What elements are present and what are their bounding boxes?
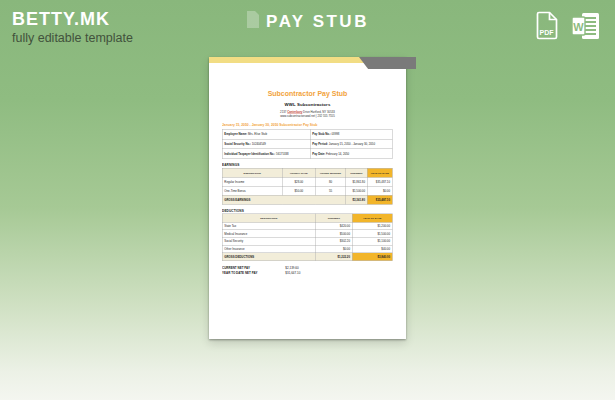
- deductions-cell: $1,500.00: [352, 230, 392, 238]
- net-pay-ytd-value: $31,647.10: [285, 271, 300, 274]
- deductions-cell: Social Security: [222, 237, 315, 245]
- paystub-document-icon: [246, 11, 259, 32]
- table-row: Employee Name: Mrs. Elise Stub Pay Stub …: [222, 129, 392, 139]
- column-header-ytd: YEAR TO DATE: [367, 168, 392, 177]
- deductions-total-ytd: $3,840.00: [352, 253, 392, 261]
- net-pay-ytd: YEAR TO DATE NET PAY $31,647.10: [222, 271, 393, 274]
- page-title: PAY STUB: [266, 12, 369, 32]
- deductions-total-label: GROSS DEDUCTIONS: [222, 253, 315, 261]
- earnings-total-ytd: $35,487.10: [367, 195, 392, 204]
- table-row: Other Insurance $0.00 $40.00: [222, 245, 392, 253]
- svg-text:W: W: [573, 20, 584, 32]
- column-header-ytd: YEAR TO DATE: [352, 214, 392, 222]
- earnings-cell: $35,487.10: [367, 177, 392, 186]
- deductions-cell: $1,100.00: [352, 237, 392, 245]
- company-contact: www.subcontractorswwl.net | 232 555 7555: [209, 114, 406, 117]
- info-cell: Individual Taxpayer Identification No.: …: [222, 149, 310, 159]
- table-row: Medical Insurance $500.00 $1,500.00: [222, 230, 392, 238]
- deductions-cell: $500.00: [315, 230, 352, 238]
- earnings-cell: $28.00: [282, 177, 315, 186]
- column-header: DESCRIPTION: [222, 168, 282, 177]
- info-cell: Employee Name: Mrs. Elise Stub: [222, 129, 310, 139]
- net-pay-block: CURRENT NET PAY $2,139.60 YEAR TO DATE N…: [222, 266, 393, 275]
- address-link: Canterbury: [287, 110, 302, 113]
- deductions-table: DESCRIPTION CURRENT YEAR TO DATE State T…: [222, 214, 392, 261]
- earnings-cell: $50.00: [282, 186, 315, 195]
- company-name: WWL Subcontractors: [209, 102, 406, 107]
- employee-info-table: Employee Name: Mrs. Elise Stub Pay Stub …: [222, 129, 392, 158]
- column-header: CURRENT: [345, 168, 367, 177]
- earnings-total-current: $3,361.80: [345, 195, 367, 204]
- svg-text:PDF: PDF: [540, 29, 555, 36]
- info-cell: Pay Period: January 15, 2050 - January 3…: [310, 139, 392, 149]
- table-header-row: DESCRIPTION CURRENT YEAR TO DATE: [222, 214, 392, 222]
- deductions-cell: $1,200.00: [352, 222, 392, 230]
- earnings-table: DESCRIPTION HOURLY RATE HOURS WORKED CUR…: [222, 168, 392, 204]
- deductions-cell: $420.00: [315, 222, 352, 230]
- earnings-total-row: GROSS EARNINGS $3,361.80 $35,487.10: [222, 195, 392, 204]
- table-row: Individual Taxpayer Identification No.: …: [222, 149, 392, 159]
- deductions-cell: $0.00: [315, 245, 352, 253]
- document-preview[interactable]: Subcontractor Pay Stub WWL Subcontractor…: [209, 57, 406, 339]
- net-pay-current-label: CURRENT NET PAY: [222, 266, 285, 269]
- deductions-total-current: $1,222.20: [315, 253, 352, 261]
- info-cell: Pay Stub No.: 03998: [310, 129, 392, 139]
- earnings-cell: $0.00: [367, 186, 392, 195]
- table-row: Regular Income $28.00 80 $1,861.80 $35,4…: [222, 177, 392, 186]
- earnings-total-label: GROSS EARNINGS: [222, 195, 345, 204]
- deductions-cell: $40.00: [352, 245, 392, 253]
- pay-period-heading: January 15, 2050 - January 30, 2050 Subc…: [222, 123, 393, 127]
- deductions-section-label: DEDUCTIONS: [222, 209, 393, 213]
- earnings-cell: Regular Income: [222, 177, 282, 186]
- table-row: One-Time Bonus $50.00 55 $1,500.00 $0.00: [222, 186, 392, 195]
- column-header: HOURLY RATE: [282, 168, 315, 177]
- word-download-icon[interactable]: W: [571, 12, 601, 44]
- net-pay-ytd-label: YEAR TO DATE NET PAY: [222, 271, 285, 274]
- table-header-row: DESCRIPTION HOURLY RATE HOURS WORKED CUR…: [222, 168, 392, 177]
- doc-title: Subcontractor Pay Stub: [209, 90, 406, 98]
- deductions-total-row: GROSS DEDUCTIONS $1,222.20 $3,840.00: [222, 253, 392, 261]
- net-pay-current: CURRENT NET PAY $2,139.60: [222, 266, 393, 269]
- column-header: HOURS WORKED: [315, 168, 345, 177]
- column-header: CURRENT: [315, 214, 352, 222]
- deductions-cell: Medical Insurance: [222, 230, 315, 238]
- earnings-cell: 55: [315, 186, 345, 195]
- earnings-section-label: EARNINGS: [222, 163, 393, 167]
- brand-tagline: fully editable template: [12, 31, 133, 45]
- table-row: State Tax $420.00 $1,200.00: [222, 222, 392, 230]
- table-row: Social Security No.: 102404549 Pay Perio…: [222, 139, 392, 149]
- page-title-block: PAY STUB: [0, 11, 615, 32]
- deductions-cell: Other Insurance: [222, 245, 315, 253]
- top-bar: BETTY.MK fully editable template PAY STU…: [0, 0, 615, 52]
- info-cell: Pay Date: February 14, 2050: [310, 149, 392, 159]
- net-pay-current-value: $2,139.60: [285, 266, 298, 269]
- pdf-download-icon[interactable]: PDF: [535, 11, 560, 44]
- earnings-cell: 80: [315, 177, 345, 186]
- info-cell: Social Security No.: 102404549: [222, 139, 310, 149]
- template-preview-screen: BETTY.MK fully editable template PAY STU…: [0, 0, 615, 400]
- earnings-cell: One-Time Bonus: [222, 186, 282, 195]
- table-row: Social Security $302.20 $1,100.00: [222, 237, 392, 245]
- download-icons: PDF W: [535, 11, 601, 44]
- earnings-cell: $1,861.80: [345, 177, 367, 186]
- deductions-cell: State Tax: [222, 222, 315, 230]
- company-address: 2137 Canterbury Drive Hartford, NY 30533: [209, 110, 406, 113]
- column-header: DESCRIPTION: [222, 214, 315, 222]
- deductions-cell: $302.20: [315, 237, 352, 245]
- document-content: Subcontractor Pay Stub WWL Subcontractor…: [209, 57, 406, 339]
- earnings-cell: $1,500.00: [345, 186, 367, 195]
